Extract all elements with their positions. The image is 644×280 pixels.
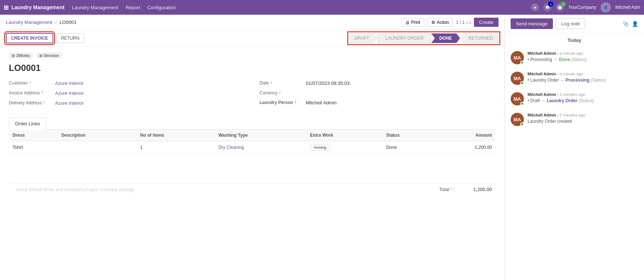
action-button[interactable]: ⚙ Action [427,18,453,27]
date-help[interactable]: ? [270,81,272,85]
step-laundry-order[interactable]: LAUNDRY ORDER [378,33,431,43]
to-status: Processing [566,78,590,83]
breadcrumb-separator: / [55,19,57,25]
avatar: MA [511,113,524,126]
message-item: MA Mitchell Admin • 2 minutes ago Laundr… [505,109,644,130]
date-label: Date ? [260,80,304,86]
left-fields: Customer ? Azure Interior Invoice Addres… [9,80,245,110]
user-name: Mitchell Adm [615,5,640,10]
pager-next[interactable]: › [469,19,471,25]
clock-icon[interactable]: 🕐 5 [556,3,564,11]
cell-no-items: 1 [137,141,215,154]
app-brand: ⊞ Laundry Management [4,4,65,11]
col-dress: Dress [9,130,58,141]
status-change: • Laundry Order → Processing (Status) [528,78,638,83]
tab-section: Order Lines Dress Description No of item… [9,118,496,195]
online-indicator [520,122,524,126]
menu-item-configuration[interactable]: Configuration [147,5,176,10]
send-message-button[interactable]: Send message [511,18,553,29]
col-amount: Amount [435,130,496,141]
customer-value[interactable]: Azure Interior [55,80,84,86]
invoice-badge[interactable]: 0Invoice [36,53,62,58]
date-field: Date ? 01/07/2023 08:35:03 [260,80,496,86]
navbar-right: ★ 💬 4 🕐 5 YourCompany 👤 Mitchell Adm [531,2,640,12]
laundry-person-help[interactable]: ? [294,101,296,105]
laundry-person-label: Laundry Person ? [260,100,304,105]
laundry-person-value: Mitchell Admin [306,100,337,105]
step-returned[interactable]: RETURNED [460,33,499,43]
step-draft[interactable]: DRAFT [349,33,378,43]
to-status: Done [559,57,570,62]
brand-name: Laundry Management [11,4,65,10]
attachment-icon[interactable]: 📎 [623,21,629,27]
total-help[interactable]: ? [450,187,453,191]
pager-prev[interactable]: ‹ [466,19,468,25]
user-avatar[interactable]: 👤 [601,2,611,12]
grid-icon[interactable]: ⊞ [4,4,8,11]
tab-order-lines[interactable]: Order Lines [9,118,46,130]
chat-icon[interactable]: 💬 4 [543,3,551,11]
message-meta: Mitchell Admin • a minute ago [528,51,638,55]
customer-label: Customer ? [9,80,53,86]
delivery-address-help[interactable]: ? [43,101,45,105]
right-fields: Date ? 01/07/2023 08:35:03 Currency ? [260,80,496,110]
user-follow-icon[interactable]: 👤 [632,21,638,27]
menu-item-report[interactable]: Report [126,5,140,10]
star-icon[interactable]: ★ [531,3,539,11]
customer-field: Customer ? Azure Interior [9,80,245,86]
menu-item-laundry[interactable]: Laundry Management [72,5,118,10]
form-badges: 2Works 0Invoice [9,53,496,58]
online-indicator [520,61,524,64]
laundry-person-field: Laundry Person ? Mitchell Admin [260,100,496,105]
company-name: YourCompany [568,5,596,10]
delivery-address-value[interactable]: Azure Interior [55,100,84,106]
works-badge[interactable]: 2Works [9,53,33,58]
table-row[interactable]: Tshirt 1 Dry Cleaning Ironing Done 1,200… [9,141,496,154]
message-meta: Mitchell Admin • 2 minutes ago [528,113,638,117]
log-note-button[interactable]: Log note [556,18,586,29]
delivery-address-field: Delivery Address ? Azure Interior [9,100,245,106]
message-text: Laundry Order created [528,119,638,124]
field-name: (Status) [591,78,606,83]
step-done[interactable]: DONE [431,33,460,43]
gear-icon: ⚙ [431,20,435,25]
ironing-badge: Ironing [310,144,331,151]
create-invoice-button[interactable]: CREATE INVOICE [6,33,53,43]
invoice-address-value[interactable]: Azure Interior [55,90,84,96]
left-panel: Laundry Management / LO0001 🖨 Print ⚙ Ac… [0,15,504,280]
breadcrumb-parent[interactable]: Laundry Management [6,19,52,25]
table-header-row: Dress Description No of items Washing Ty… [9,130,496,141]
field-name: (Status) [571,57,587,62]
create-button[interactable]: Create [474,18,499,27]
return-button[interactable]: RETURN [56,33,84,43]
main-layout: Laundry Management / LO0001 🖨 Print ⚙ Ac… [0,15,644,280]
total-value: 1,200.00 [473,187,492,192]
print-icon: 🖨 [405,20,410,25]
message-icons: 📎 👤 [623,18,638,29]
form-grid: Customer ? Azure Interior Invoice Addres… [9,80,496,110]
total-amount-section: Total ? : 1,200.00 [439,187,492,192]
empty-space [9,154,496,183]
col-washing-type: Washing Type [215,130,306,141]
avatar: MA [511,51,524,64]
action-bar: CREATE INVOICE RETURN DRAFT LAUNDRY ORDE… [0,30,504,47]
chat-badge: 4 [548,1,553,7]
customer-help[interactable]: ? [29,81,31,85]
toolbar-right: 🖨 Print ⚙ Action 1 / 1 ‹ › Create [401,18,499,27]
order-table: Dress Description No of items Washing Ty… [9,130,496,154]
clock-badge: 5 [561,1,566,7]
message-body: Mitchell Admin • 2 minutes ago Laundry O… [528,113,638,126]
form-title: LO0001 [9,63,496,73]
message-item: MA Mitchell Admin • a minute ago • Proce… [505,47,644,68]
message-header: Send message Log note 📎 👤 [505,15,644,33]
invoice-address-label: Invoice Address ? [9,90,53,96]
currency-help[interactable]: ? [278,91,281,95]
invoice-address-help[interactable]: ? [41,91,43,95]
navbar-menu: Laundry Management Report Configuration [72,5,176,10]
from-status: Processing [530,57,552,62]
print-button[interactable]: 🖨 Print [401,18,424,27]
message-body: Mitchell Admin • 2 minutes ago • Draft →… [528,92,638,105]
terms-text-container: Setup default terms and conditions in yo… [12,187,432,192]
status-change: • Draft → Laundry Order (Status) [528,98,638,103]
messages-container: MA Mitchell Admin • a minute ago • Proce… [505,47,644,130]
